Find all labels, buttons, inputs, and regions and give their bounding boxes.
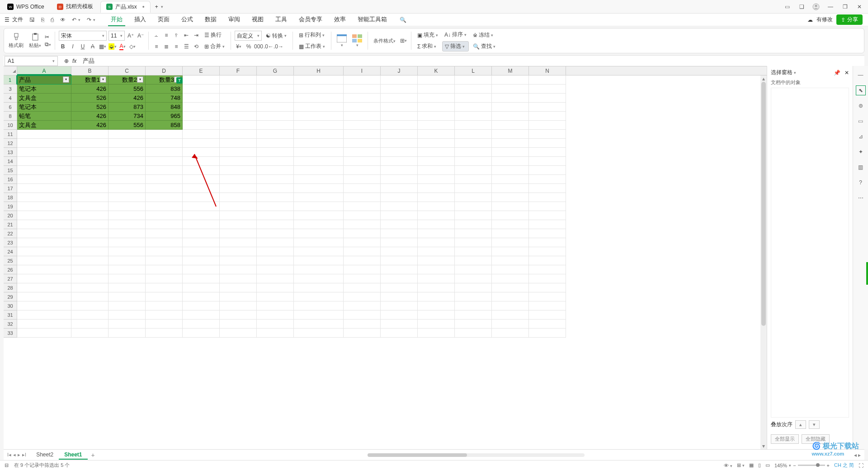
cell[interactable] [108,211,146,220]
cell[interactable] [344,329,381,338]
sheet-first-icon[interactable]: I◂ [7,452,11,458]
cell[interactable] [146,274,183,283]
cell[interactable] [381,193,418,202]
cell[interactable] [294,184,344,193]
cell[interactable] [257,238,294,247]
help-strip-icon[interactable]: ? [856,178,865,187]
cell[interactable] [455,229,492,238]
col-header[interactable]: K [418,66,455,75]
cell[interactable] [146,193,183,202]
cell[interactable] [183,94,220,103]
cell[interactable] [71,148,108,157]
cell[interactable] [492,148,529,157]
cell[interactable] [17,265,71,274]
cell[interactable] [108,292,146,301]
paste-group[interactable]: 粘贴▾ [27,33,43,49]
filter-dropdown-icon[interactable]: ▾ [63,76,69,83]
redo-icon[interactable]: ↷▾ [84,15,98,24]
table-style-group[interactable]: ▾ [335,34,349,47]
cell[interactable] [183,112,220,121]
cell[interactable] [294,121,344,130]
cell[interactable] [146,265,183,274]
cell[interactable] [492,256,529,265]
cell[interactable]: 笔记本 [17,85,71,94]
cell[interactable] [294,148,344,157]
row-header[interactable]: 30 [4,301,17,310]
cell[interactable] [17,247,71,256]
cell[interactable] [71,130,108,139]
cell[interactable] [108,283,146,292]
cell[interactable] [71,292,108,301]
row-header[interactable]: 28 [4,283,17,292]
cell[interactable] [529,320,566,329]
cell[interactable] [108,139,146,148]
chart-strip-icon[interactable]: ⊿ [856,132,865,141]
cell[interactable] [257,329,294,338]
cell[interactable] [529,94,566,103]
cell[interactable] [294,103,344,112]
cell[interactable] [71,301,108,310]
merge-button[interactable]: ⊞ 合并▾ [202,42,227,51]
cell[interactable] [492,265,529,274]
cell[interactable] [71,256,108,265]
cell[interactable] [344,202,381,211]
menu-tab-7[interactable]: 工具 [273,14,290,26]
cell[interactable] [108,274,146,283]
menu-tab-1[interactable]: 插入 [132,14,149,26]
cell[interactable] [220,256,257,265]
cell[interactable] [220,202,257,211]
cell[interactable] [529,121,566,130]
row-header[interactable]: 25 [4,256,17,265]
cell[interactable]: 产品▾ [17,75,71,85]
cell[interactable] [257,320,294,329]
cell[interactable] [257,229,294,238]
print-icon[interactable]: ⎙ [48,15,57,24]
cell[interactable]: 838 [146,85,183,94]
cell[interactable] [344,265,381,274]
cell[interactable] [17,148,71,157]
cell[interactable] [294,238,344,247]
cell[interactable] [344,256,381,265]
search-menu-icon[interactable]: 🔍 [397,15,409,24]
cell[interactable] [220,193,257,202]
align-left-icon[interactable]: ≡ [152,42,160,51]
cell[interactable] [257,283,294,292]
row-header[interactable]: 18 [4,193,17,202]
cell[interactable] [294,265,344,274]
cell[interactable] [529,274,566,283]
cell[interactable]: 文具盒 [17,121,71,130]
cell[interactable] [455,329,492,338]
cell[interactable]: 文具盒 [17,94,71,103]
cell[interactable] [108,301,146,310]
cell[interactable] [108,238,146,247]
cell[interactable] [146,310,183,320]
col-header[interactable]: I [344,66,381,75]
cell[interactable] [529,301,566,310]
cell[interactable] [381,256,418,265]
cell[interactable] [257,256,294,265]
cell[interactable] [183,184,220,193]
cell[interactable] [418,121,455,130]
save-icon[interactable]: 🖫 [27,15,38,24]
cell[interactable]: 965 [146,112,183,121]
orientation-icon[interactable]: ⟲ [192,42,200,51]
row-header[interactable]: 19 [4,202,17,211]
cell[interactable] [492,283,529,292]
col-header[interactable]: D [146,66,183,75]
cell[interactable] [418,229,455,238]
cell[interactable] [146,329,183,338]
align-justify-icon[interactable]: ☰ [182,42,190,51]
cell[interactable] [455,310,492,320]
cell[interactable] [257,75,294,85]
settings-strip-icon[interactable]: ⊚ [856,101,865,110]
cell[interactable] [381,166,418,175]
cell[interactable] [381,103,418,112]
cell[interactable] [220,103,257,112]
new-tab-button[interactable]: + ▾ [152,1,166,13]
cell[interactable] [220,283,257,292]
cell[interactable] [294,220,344,229]
cell[interactable] [220,265,257,274]
zoom-control[interactable]: 145%▾ − + [774,463,830,468]
insert-cell-icon[interactable]: ⊞▾ [399,37,407,45]
cell[interactable] [108,184,146,193]
